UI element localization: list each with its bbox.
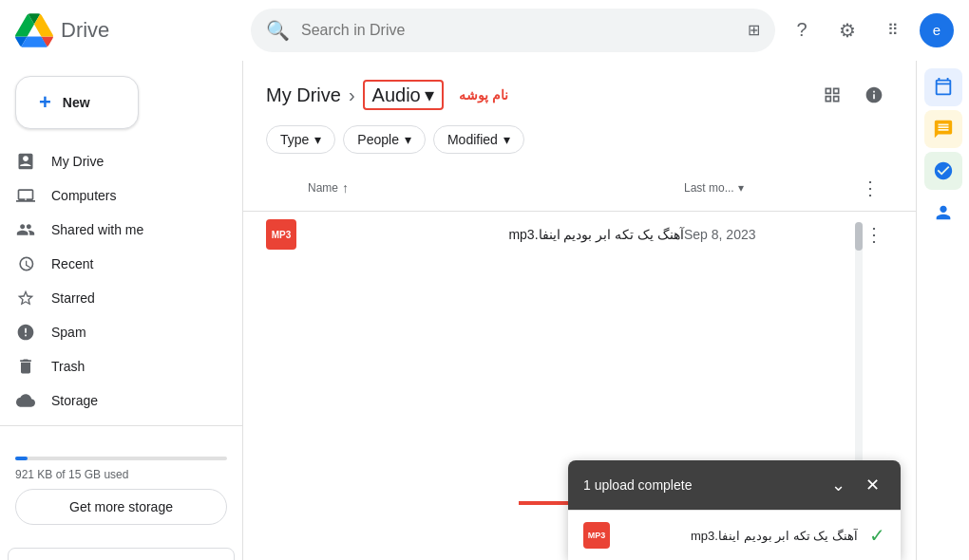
calendar-app-icon[interactable]: [924, 68, 962, 106]
grid-view-button[interactable]: [813, 76, 851, 114]
help-button[interactable]: ?: [783, 11, 821, 49]
storage-text: 921 KB of 15 GB used: [15, 468, 227, 481]
search-bar[interactable]: 🔍 ⊞: [251, 9, 775, 52]
sidebar-item-storage[interactable]: Storage: [0, 383, 235, 418]
banner-close-button[interactable]: ✕: [214, 556, 226, 560]
folder-annotation: نام پوشه: [459, 87, 508, 103]
new-button-label: New: [63, 95, 90, 110]
storage-bar-fill: [15, 457, 28, 460]
sidebar-item-label: Spam: [51, 325, 86, 340]
avatar[interactable]: e: [920, 13, 954, 47]
sidebar-item-label: Storage: [51, 393, 98, 408]
shared-icon: [15, 220, 36, 239]
new-button[interactable]: + New: [15, 76, 139, 129]
sidebar-item-label: Trash: [51, 359, 85, 374]
breadcrumb-current[interactable]: Audio ▾: [363, 80, 444, 110]
sidebar-item-starred[interactable]: Starred: [0, 281, 235, 315]
sidebar-divider: [0, 425, 242, 426]
sidebar-item-label: Starred: [51, 290, 95, 306]
info-button[interactable]: [855, 76, 893, 114]
storage-section: 921 KB of 15 GB used Get more storage: [0, 434, 242, 540]
get-storage-button[interactable]: Get more storage: [15, 489, 227, 525]
desktop-banner: ✕ Get Drive for desktop www.epubfa.ir: [8, 548, 235, 560]
file-icon-label: MP3: [272, 230, 292, 240]
column-more-button[interactable]: ⋮: [855, 173, 885, 203]
tasks-app-icon[interactable]: [924, 152, 962, 190]
settings-button[interactable]: ⚙: [828, 11, 866, 49]
apps-button[interactable]: ⠿: [874, 11, 912, 49]
column-modified[interactable]: Last mo... ▾: [684, 181, 855, 195]
search-input[interactable]: [301, 22, 736, 39]
col-name-label: Name: [308, 181, 338, 195]
modified-filter-label: Modified: [447, 132, 498, 147]
sidebar-item-trash[interactable]: Trash: [0, 349, 235, 383]
breadcrumb-separator: ›: [349, 84, 355, 106]
upload-collapse-button[interactable]: ⌄: [825, 472, 851, 498]
people-filter-button[interactable]: People ▾: [343, 125, 426, 154]
topbar-right: ? ⚙ ⠿ e: [783, 11, 954, 49]
trash-icon: [15, 357, 36, 376]
people-filter-label: People: [357, 132, 399, 147]
breadcrumb: My Drive › Audio ▾ نام پوشه: [243, 61, 916, 121]
logo-area: Drive: [15, 11, 243, 49]
right-sidebar: [916, 61, 969, 560]
breadcrumb-current-label: Audio: [372, 84, 421, 106]
upload-check-icon: ✓: [869, 524, 885, 547]
sidebar-item-shared-with-me[interactable]: Shared with me: [0, 213, 235, 247]
sidebar-item-label: Recent: [51, 256, 93, 271]
search-icon: 🔍: [266, 19, 290, 42]
content-area: My Drive › Audio ▾ نام پوشه Type ▾: [243, 61, 916, 560]
type-filter-label: Type: [280, 132, 309, 147]
people-chevron-icon: ▾: [405, 132, 411, 147]
file-type-icon: MP3: [266, 219, 296, 250]
plus-icon: +: [39, 90, 51, 115]
column-name[interactable]: Name ↑: [308, 180, 684, 196]
breadcrumb-actions: [813, 76, 893, 114]
main-layout: + New My Drive Computers Shared with me: [0, 61, 969, 560]
upload-controls: ⌄ ✕: [825, 472, 885, 498]
sidebar-item-label: Computers: [51, 188, 116, 203]
spam-icon: [15, 323, 36, 342]
topbar: Drive 🔍 ⊞ ? ⚙ ⠿ e: [0, 0, 969, 61]
app-name: Drive: [61, 18, 109, 43]
sidebar-item-computers[interactable]: Computers: [0, 178, 235, 213]
chat-app-icon[interactable]: [924, 110, 962, 148]
scroll-thumb[interactable]: [855, 222, 863, 251]
sidebar-item-spam[interactable]: Spam: [0, 315, 235, 349]
drive-logo-icon: [15, 11, 53, 49]
chevron-down-icon: ▾: [425, 84, 434, 106]
table-header: Name ↑ Last mo... ▾ ⋮: [243, 165, 916, 212]
contacts-app-icon[interactable]: [924, 194, 962, 232]
sidebar-item-label: My Drive: [51, 154, 104, 169]
upload-close-button[interactable]: ✕: [859, 472, 885, 498]
type-filter-button[interactable]: Type ▾: [266, 125, 335, 154]
upload-notification: 1 upload complete ⌄ ✕ MP3 آهنگ یک تکه اب…: [568, 460, 901, 560]
sidebar-item-label: Shared with me: [51, 222, 143, 237]
type-chevron-icon: ▾: [314, 132, 321, 147]
table-row[interactable]: MP3 آهنگ یک تکه ابر بودیم اینفا.mp3 Sep …: [243, 212, 916, 257]
col-modified-label: Last mo...: [684, 181, 734, 195]
modified-chevron-icon: ▾: [504, 132, 510, 147]
file-modified-date: Sep 8, 2023: [684, 227, 855, 242]
col-modified-chevron-icon: ▾: [738, 181, 744, 195]
filter-bar: Type ▾ People ▾ Modified ▾: [243, 121, 916, 165]
upload-icon-label: MP3: [588, 531, 606, 540]
sort-asc-icon: ↑: [342, 180, 349, 196]
my-drive-icon: [15, 152, 36, 171]
upload-item: MP3 آهنگ یک تکه ابر بودیم اینفا.mp3 ✓: [568, 510, 901, 560]
breadcrumb-parent[interactable]: My Drive: [266, 84, 341, 106]
upload-header: 1 upload complete ⌄ ✕: [568, 460, 901, 510]
filter-icon[interactable]: ⊞: [748, 21, 760, 39]
sidebar-item-recent[interactable]: Recent: [0, 247, 235, 281]
col-actions: ⋮: [855, 173, 893, 203]
storage-bar-bg: [15, 457, 227, 460]
sidebar-item-my-drive[interactable]: My Drive: [0, 144, 235, 178]
modified-filter-button[interactable]: Modified ▾: [433, 125, 524, 154]
file-name: آهنگ یک تکه ابر بودیم اینفا.mp3: [296, 227, 684, 242]
recent-icon: [15, 254, 36, 273]
upload-title: 1 upload complete: [583, 477, 825, 493]
starred-icon: [15, 289, 36, 308]
storage-icon: [15, 391, 36, 410]
upload-file-name: آهنگ یک تکه ابر بودیم اینفا.mp3: [621, 529, 858, 543]
row-more-button[interactable]: ⋮: [859, 219, 889, 250]
